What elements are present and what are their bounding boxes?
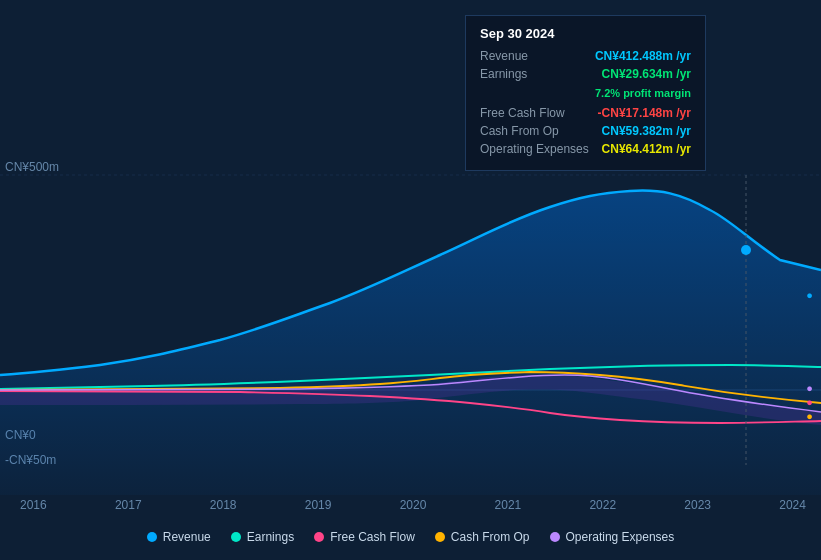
legend-dot-opex xyxy=(550,532,560,542)
legend-label-opex: Operating Expenses xyxy=(566,530,675,544)
x-label-2017: 2017 xyxy=(115,498,142,512)
right-label-cashfromop: ● xyxy=(806,406,813,424)
tooltip-label-fcf: Free Cash Flow xyxy=(480,106,590,120)
x-label-2022: 2022 xyxy=(589,498,616,512)
tooltip-label-opex: Operating Expenses xyxy=(480,142,590,156)
revenue-area xyxy=(0,191,821,495)
tooltip-value-cashfromop: CN¥59.382m /yr xyxy=(602,124,691,138)
chart-svg xyxy=(0,155,821,495)
tooltip-label-revenue: Revenue xyxy=(480,49,590,63)
legend-dot-fcf xyxy=(314,532,324,542)
legend-label-fcf: Free Cash Flow xyxy=(330,530,415,544)
chart-container: Sep 30 2024 Revenue CN¥412.488m /yr Earn… xyxy=(0,0,821,560)
legend-item-cashfromop[interactable]: Cash From Op xyxy=(435,530,530,544)
right-label-revenue: ● xyxy=(806,285,813,303)
x-label-2024: 2024 xyxy=(779,498,806,512)
x-label-2018: 2018 xyxy=(210,498,237,512)
tooltip-value-revenue: CN¥412.488m /yr xyxy=(595,49,691,63)
tooltip-row-earnings: Earnings CN¥29.634m /yr xyxy=(480,67,691,81)
legend-dot-earnings xyxy=(231,532,241,542)
legend: Revenue Earnings Free Cash Flow Cash Fro… xyxy=(0,524,821,550)
legend-dot-revenue xyxy=(147,532,157,542)
legend-item-revenue[interactable]: Revenue xyxy=(147,530,211,544)
x-axis: 2016 2017 2018 2019 2020 2021 2022 2023 … xyxy=(0,498,821,512)
tooltip-profit-margin: 7.2% profit margin xyxy=(595,87,691,99)
x-label-2021: 2021 xyxy=(495,498,522,512)
tooltip-date: Sep 30 2024 xyxy=(480,26,691,41)
legend-item-earnings[interactable]: Earnings xyxy=(231,530,294,544)
x-label-2016: 2016 xyxy=(20,498,47,512)
tooltip-label-cashfromop: Cash From Op xyxy=(480,124,590,138)
legend-label-earnings: Earnings xyxy=(247,530,294,544)
legend-label-revenue: Revenue xyxy=(163,530,211,544)
tooltip-label-earnings: Earnings xyxy=(480,67,590,81)
tooltip-row-revenue: Revenue CN¥412.488m /yr xyxy=(480,49,691,63)
legend-label-cashfromop: Cash From Op xyxy=(451,530,530,544)
legend-dot-cashfromop xyxy=(435,532,445,542)
tooltip-value-opex: CN¥64.412m /yr xyxy=(602,142,691,156)
tooltip-value-earnings: CN¥29.634m /yr xyxy=(602,67,691,81)
x-label-2023: 2023 xyxy=(684,498,711,512)
legend-item-opex[interactable]: Operating Expenses xyxy=(550,530,675,544)
x-label-2020: 2020 xyxy=(400,498,427,512)
revenue-dot xyxy=(741,245,751,255)
tooltip-row-opex: Operating Expenses CN¥64.412m /yr xyxy=(480,142,691,156)
tooltip-card: Sep 30 2024 Revenue CN¥412.488m /yr Earn… xyxy=(465,15,706,171)
legend-item-fcf[interactable]: Free Cash Flow xyxy=(314,530,415,544)
tooltip-value-fcf: -CN¥17.148m /yr xyxy=(598,106,691,120)
tooltip-row-fcf: Free Cash Flow -CN¥17.148m /yr xyxy=(480,106,691,120)
tooltip-row-cashfromop: Cash From Op CN¥59.382m /yr xyxy=(480,124,691,138)
x-label-2019: 2019 xyxy=(305,498,332,512)
